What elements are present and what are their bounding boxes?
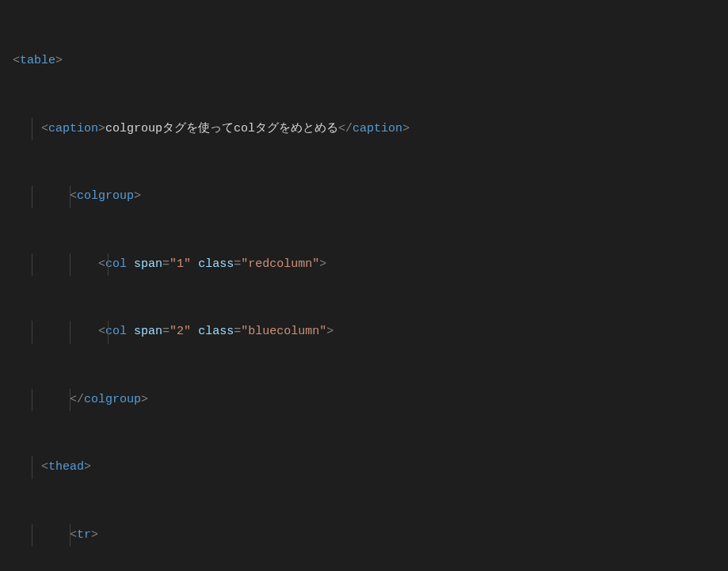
code-line: <col span="2" class="bluecolumn"> xyxy=(13,321,728,344)
code-editor[interactable]: <table> <caption>colgroupタグを使ってcolタグをめとめ… xyxy=(0,0,728,571)
code-line: <table> xyxy=(13,50,728,73)
code-line: </colgroup> xyxy=(13,389,728,412)
code-line: <col span="1" class="redcolumn"> xyxy=(13,253,728,276)
code-line: <tr> xyxy=(13,524,728,547)
code-line: <thead> xyxy=(13,456,728,479)
code-line: <colgroup> xyxy=(13,185,728,208)
code-line: <caption>colgroupタグを使ってcolタグをめとめる</capti… xyxy=(13,118,728,141)
